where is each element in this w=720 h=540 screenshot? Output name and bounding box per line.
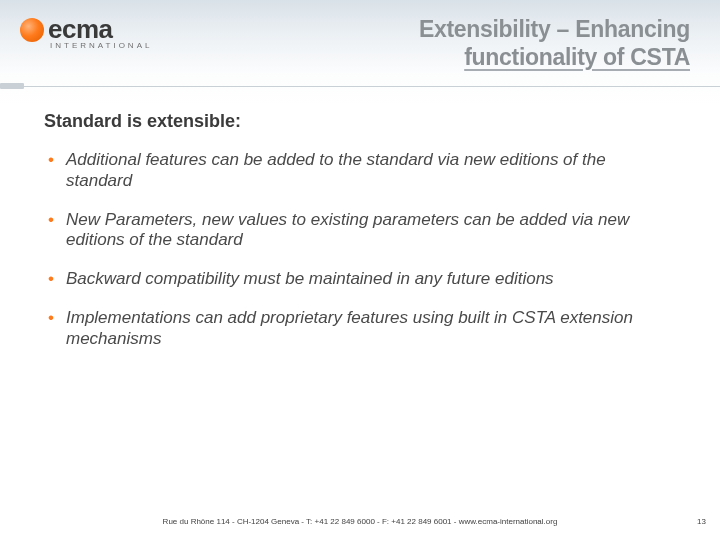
slide: ecma INTERNATIONAL Extensibility – Enhan… [0, 0, 720, 540]
bullet-list: Additional features can be added to the … [44, 150, 676, 349]
title-line-2: functionality of CSTA [419, 44, 690, 72]
slide-title: Extensibility – Enhancing functionality … [419, 16, 690, 71]
list-item: Additional features can be added to the … [44, 150, 676, 191]
logo: ecma INTERNATIONAL [20, 12, 152, 50]
page-number: 13 [697, 517, 706, 526]
logo-ball-icon [20, 18, 44, 42]
title-line-1: Extensibility – Enhancing [419, 16, 690, 44]
list-item: Backward compatibility must be maintaine… [44, 269, 676, 290]
list-item: New Parameters, new values to existing p… [44, 210, 676, 251]
header: ecma INTERNATIONAL Extensibility – Enhan… [0, 0, 720, 71]
list-item: Implementations can add proprietary feat… [44, 308, 676, 349]
content: Standard is extensible: Additional featu… [0, 71, 720, 349]
footer-text: Rue du Rhône 114 - CH-1204 Geneva - T: +… [0, 517, 720, 526]
section-heading: Standard is extensible: [44, 111, 676, 132]
logo-subtext: INTERNATIONAL [50, 41, 152, 50]
